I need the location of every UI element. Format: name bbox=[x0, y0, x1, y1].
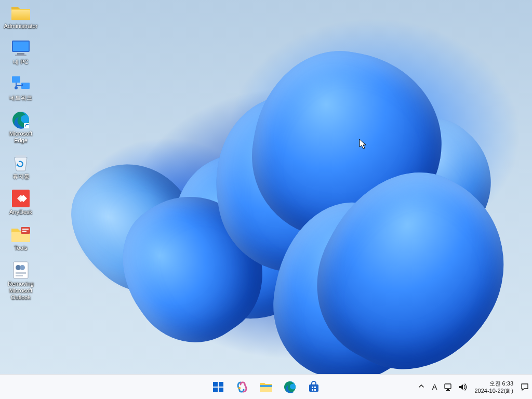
wallpaper-bloom bbox=[68, 31, 494, 374]
svg-rect-34 bbox=[445, 384, 451, 389]
svg-rect-36 bbox=[446, 390, 450, 391]
network-icon bbox=[10, 75, 32, 94]
svg-rect-15 bbox=[22, 231, 26, 232]
svg-rect-14 bbox=[22, 229, 29, 230]
svg-rect-19 bbox=[16, 272, 26, 274]
icon-label: Administrator bbox=[4, 23, 38, 30]
svg-point-18 bbox=[20, 265, 25, 270]
svg-rect-31 bbox=[314, 387, 316, 388]
svg-point-7 bbox=[15, 86, 18, 89]
edge-button[interactable] bbox=[280, 377, 300, 397]
clock-time: 오전 6:33 bbox=[474, 380, 513, 387]
svg-rect-29 bbox=[309, 384, 318, 392]
edge-icon bbox=[284, 381, 296, 393]
volume-tray-button[interactable] bbox=[458, 382, 468, 392]
tray-overflow-button[interactable] bbox=[417, 383, 425, 391]
desktop-icon-tools[interactable]: Tools bbox=[2, 225, 39, 251]
store-icon bbox=[308, 381, 320, 393]
svg-rect-21 bbox=[213, 382, 218, 387]
icon-label: Tools bbox=[14, 245, 28, 251]
desktop-icon-removing-outlook[interactable]: Removing Microsoft Outlook bbox=[2, 261, 39, 301]
anydesk-icon bbox=[10, 189, 32, 208]
desktop-icon-recycle-bin[interactable]: 휴지통 bbox=[2, 153, 39, 180]
icon-label: AnyDesk bbox=[9, 209, 32, 216]
edge-icon bbox=[10, 111, 32, 129]
icon-label: 내 PC bbox=[13, 59, 28, 65]
folder-tools-icon bbox=[10, 225, 32, 244]
windows-logo-icon bbox=[212, 381, 224, 393]
copilot-icon bbox=[236, 381, 248, 393]
network-tray-button[interactable] bbox=[443, 382, 454, 392]
svg-rect-35 bbox=[447, 389, 449, 390]
start-button[interactable] bbox=[208, 377, 229, 397]
svg-rect-20 bbox=[16, 275, 23, 276]
svg-rect-5 bbox=[12, 76, 20, 83]
copilot-button[interactable] bbox=[232, 377, 252, 397]
file-explorer-icon bbox=[259, 381, 273, 393]
svg-rect-27 bbox=[260, 385, 272, 387]
desktop-icon-administrator[interactable]: Administrator bbox=[2, 3, 39, 30]
svg-rect-30 bbox=[312, 387, 313, 388]
file-explorer-button[interactable] bbox=[256, 377, 276, 397]
folder-icon bbox=[10, 3, 32, 22]
taskbar: A 오전 6:33 2024-10-22(화) bbox=[0, 374, 532, 399]
cursor-icon bbox=[359, 139, 367, 150]
svg-rect-10 bbox=[16, 155, 26, 158]
svg-rect-22 bbox=[219, 382, 223, 387]
svg-rect-3 bbox=[17, 53, 24, 55]
notification-icon bbox=[520, 382, 529, 392]
desktop[interactable]: Administrator 내 PC bbox=[0, 0, 532, 374]
desktop-icon-this-pc[interactable]: 내 PC bbox=[2, 39, 39, 65]
clock-button[interactable]: 오전 6:33 2024-10-22(화) bbox=[472, 380, 515, 394]
network-tray-icon bbox=[444, 382, 453, 392]
taskbar-tray: A 오전 6:33 2024-10-22(화) bbox=[417, 375, 530, 400]
desktop-icon-edge[interactable]: Microsoft Edge bbox=[2, 111, 39, 144]
notifications-button[interactable] bbox=[520, 382, 530, 392]
icon-label: Removing Microsoft Outlook bbox=[8, 281, 34, 301]
icon-label: 휴지통 bbox=[12, 173, 30, 180]
chevron-up-icon bbox=[418, 383, 424, 389]
pc-icon bbox=[10, 39, 32, 58]
icon-label: 네트워크 bbox=[9, 95, 32, 101]
desktop-icon-network[interactable]: 네트워크 bbox=[2, 75, 39, 101]
svg-rect-2 bbox=[13, 42, 29, 51]
desktop-icon-anydesk[interactable]: AnyDesk bbox=[2, 189, 39, 216]
clock-date: 2024-10-22(화) bbox=[474, 387, 513, 394]
svg-rect-24 bbox=[219, 388, 223, 392]
microsoft-store-button[interactable] bbox=[303, 377, 324, 397]
volume-icon bbox=[458, 382, 468, 392]
svg-rect-33 bbox=[314, 389, 316, 391]
svg-rect-32 bbox=[312, 389, 313, 391]
svg-rect-9 bbox=[24, 123, 29, 128]
icon-label: Microsoft Edge bbox=[9, 130, 33, 144]
svg-rect-23 bbox=[213, 388, 218, 392]
batch-file-icon bbox=[10, 261, 32, 280]
desktop-icons: Administrator 내 PC bbox=[2, 3, 39, 301]
svg-rect-13 bbox=[21, 227, 30, 234]
ime-indicator[interactable]: A bbox=[430, 382, 439, 391]
svg-rect-0 bbox=[11, 10, 30, 20]
svg-point-25 bbox=[238, 387, 241, 389]
recycle-bin-icon bbox=[10, 153, 32, 172]
svg-rect-4 bbox=[15, 55, 26, 56]
